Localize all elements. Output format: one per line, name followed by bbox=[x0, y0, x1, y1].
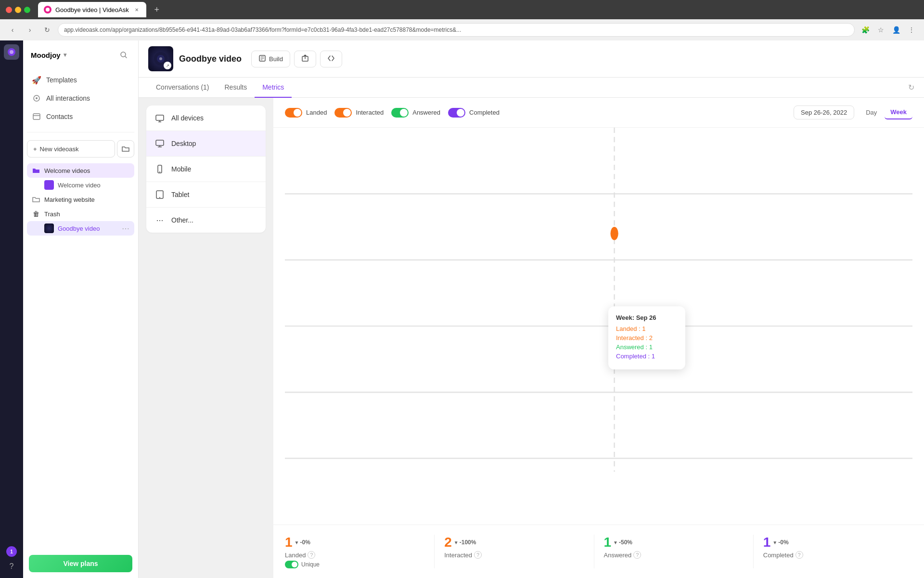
legend-answered-label: Answered bbox=[412, 109, 440, 116]
main-sidebar: Moodjoy ▾ 🚀 Templates All interactions bbox=[23, 40, 139, 578]
sidebar-item-templates[interactable]: 🚀 Templates bbox=[27, 71, 134, 89]
date-picker[interactable]: Sep 26-26, 2022 bbox=[794, 105, 854, 119]
icon-sidebar-bottom: 1 ? bbox=[4, 546, 19, 574]
bookmark-button[interactable]: ☆ bbox=[874, 23, 887, 37]
tab-results[interactable]: Results bbox=[217, 78, 255, 98]
new-tab-button[interactable]: + bbox=[150, 3, 164, 16]
content-tabs: Conversations (1) Results Metrics ↻ bbox=[139, 78, 924, 98]
sidebar-search-button[interactable] bbox=[117, 48, 130, 62]
stat-interacted-value: 2 ▼ -100% bbox=[444, 535, 584, 550]
tooltip-answered: Answered : 1 bbox=[616, 343, 678, 351]
sidebar-folder-trash[interactable]: 🗑 Trash bbox=[27, 207, 134, 221]
sidebar-child-welcome-video[interactable]: Welcome video ⋯ bbox=[27, 178, 134, 192]
tab-favicon bbox=[44, 6, 51, 13]
build-button[interactable]: Build bbox=[251, 51, 290, 67]
sidebar-folder-marketing[interactable]: Marketing website ⋯ bbox=[27, 192, 134, 207]
goodbye-video-thumb bbox=[44, 223, 54, 233]
sidebar-folder-welcome-videos[interactable]: Welcome videos ⋯ bbox=[27, 163, 134, 178]
view-plans-button[interactable]: View plans bbox=[29, 555, 132, 572]
device-tablet[interactable]: Tablet bbox=[146, 182, 266, 208]
landed-help-icon[interactable]: ? bbox=[308, 551, 315, 559]
tab-conversations[interactable]: Conversations (1) bbox=[148, 78, 217, 98]
back-button[interactable]: ‹ bbox=[6, 23, 19, 37]
url-text: app.videoask.com/app/organizations/8b955… bbox=[64, 26, 461, 33]
forward-button[interactable]: › bbox=[23, 23, 37, 37]
minimize-window-button[interactable] bbox=[15, 7, 21, 13]
chart-area: Week: Sep 26 Landed : 1 Interacted : 2 A… bbox=[273, 128, 924, 525]
legend-items: Landed Interacted Answered bbox=[285, 108, 500, 118]
trash-label: Trash bbox=[44, 210, 60, 218]
maximize-window-button[interactable] bbox=[24, 7, 30, 13]
browser-tab[interactable]: Goodbye video | VideoAsk ✕ bbox=[38, 2, 146, 17]
marketing-folder-icon bbox=[32, 195, 40, 204]
tooltip-title: Week: Sep 26 bbox=[616, 314, 678, 321]
stat-completed-value: 1 ▼ -0% bbox=[763, 535, 903, 550]
device-all-devices[interactable]: All devices bbox=[146, 105, 266, 131]
new-videoask-button[interactable]: + New videoask bbox=[27, 140, 115, 158]
goodbye-more-icon[interactable]: ⋯ bbox=[122, 224, 129, 233]
legend-landed: Landed bbox=[285, 108, 327, 118]
video-arrow-icon: ↗ bbox=[164, 62, 171, 69]
mobile-label: Mobile bbox=[171, 165, 191, 173]
stat-answered-label: Answered ? bbox=[604, 551, 744, 559]
tablet-icon bbox=[154, 189, 166, 200]
tab-title: Goodbye video | VideoAsk bbox=[55, 6, 129, 13]
sidebar-folders: Welcome videos ⋯ Welcome video ⋯ Marketi… bbox=[23, 161, 138, 237]
sidebar-child-goodbye-video[interactable]: Goodbye video ⋯ bbox=[27, 221, 134, 236]
reload-button[interactable]: ↻ bbox=[40, 23, 54, 37]
stat-landed-label: Landed ? bbox=[285, 551, 424, 559]
svg-rect-7 bbox=[33, 114, 40, 119]
all-devices-label: All devices bbox=[171, 114, 204, 122]
interacted-help-icon[interactable]: ? bbox=[474, 551, 482, 559]
child-label: Welcome video bbox=[58, 182, 101, 189]
menu-button[interactable]: ⋮ bbox=[905, 23, 918, 37]
completed-help-icon[interactable]: ? bbox=[796, 551, 803, 559]
build-label: Build bbox=[269, 55, 283, 63]
legend-completed: Completed bbox=[448, 108, 500, 118]
svg-point-0 bbox=[46, 8, 50, 12]
url-bar[interactable]: app.videoask.com/app/organizations/8b955… bbox=[58, 23, 855, 37]
stat-landed-value: 1 ▼ -0% bbox=[285, 535, 424, 550]
sidebar-item-contacts[interactable]: Contacts bbox=[27, 108, 134, 125]
unique-toggle-switch[interactable] bbox=[285, 561, 298, 568]
stat-interacted-change: ▼ -100% bbox=[454, 539, 476, 546]
stat-landed-change: ▼ -0% bbox=[295, 539, 310, 546]
notification-badge[interactable]: 1 bbox=[6, 546, 17, 557]
answered-help-icon[interactable]: ? bbox=[633, 551, 641, 559]
video-thumbnail bbox=[44, 180, 54, 190]
legend-answered-toggle[interactable] bbox=[391, 108, 409, 118]
tab-metrics[interactable]: Metrics bbox=[255, 78, 292, 98]
refresh-button[interactable]: ↻ bbox=[908, 83, 914, 92]
sidebar-action-area: + New videoask bbox=[27, 140, 134, 158]
legend-interacted-toggle[interactable] bbox=[334, 108, 352, 118]
device-panel: All devices Desktop Mobile bbox=[139, 98, 273, 578]
sidebar-nav: 🚀 Templates All interactions Contacts bbox=[23, 69, 138, 128]
view-day-button[interactable]: Day bbox=[860, 105, 883, 119]
legend-landed-toggle[interactable] bbox=[285, 108, 302, 118]
profile-button[interactable]: 👤 bbox=[889, 23, 903, 37]
contacts-label: Contacts bbox=[46, 113, 73, 120]
embed-button[interactable] bbox=[320, 51, 342, 67]
sidebar-item-all-interactions[interactable]: All interactions bbox=[27, 90, 134, 107]
app-wrapper: 1 ? Moodjoy ▾ 🚀 Templates All inter bbox=[0, 0, 924, 578]
sidebar-brand-label: Moodjoy bbox=[31, 51, 61, 59]
close-window-button[interactable] bbox=[6, 7, 12, 13]
view-week-button[interactable]: Week bbox=[885, 105, 912, 119]
contacts-icon bbox=[32, 112, 41, 121]
sidebar-brand[interactable]: Moodjoy ▾ bbox=[31, 51, 66, 59]
tab-close-button[interactable]: ✕ bbox=[133, 6, 141, 13]
toggle-knob-answered bbox=[400, 109, 408, 117]
svg-point-2 bbox=[10, 50, 13, 54]
legend-completed-toggle[interactable] bbox=[448, 108, 465, 118]
help-icon[interactable]: ? bbox=[4, 559, 19, 574]
device-desktop[interactable]: Desktop bbox=[146, 131, 266, 157]
new-folder-button[interactable] bbox=[117, 140, 134, 158]
extensions-button[interactable]: 🧩 bbox=[859, 23, 872, 37]
video-thumbnail-header: ↗ bbox=[148, 46, 173, 71]
device-other[interactable]: ··· Other... bbox=[146, 208, 266, 233]
device-mobile[interactable]: Mobile bbox=[146, 157, 266, 182]
legend-interacted: Interacted bbox=[334, 108, 384, 118]
device-list: All devices Desktop Mobile bbox=[146, 105, 266, 233]
share-button[interactable] bbox=[294, 51, 316, 67]
new-videoask-label: New videoask bbox=[40, 145, 79, 153]
